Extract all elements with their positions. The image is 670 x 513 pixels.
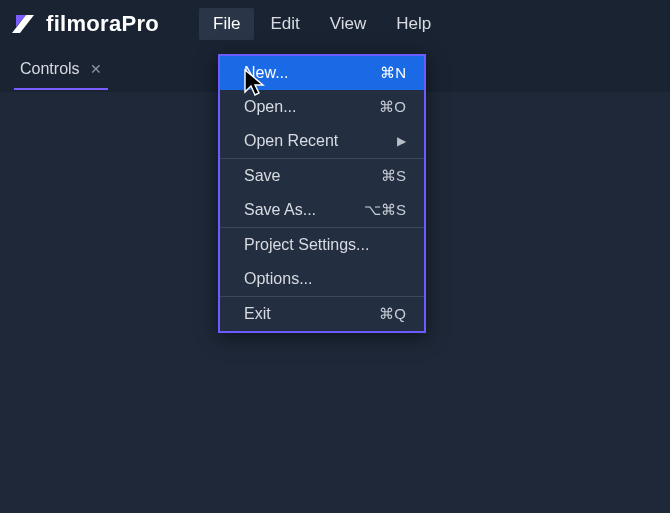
app-logo: filmoraPro — [12, 11, 159, 37]
app-name-suffix: Pro — [121, 11, 159, 36]
menu-item-shortcut: ⌘S — [381, 167, 406, 185]
menu-item-open[interactable]: Open... ⌘O — [220, 90, 424, 124]
menu-item-open-recent[interactable]: Open Recent ▶ — [220, 124, 424, 158]
menu-item-exit[interactable]: Exit ⌘Q — [220, 297, 424, 331]
menu-file[interactable]: File — [199, 8, 254, 40]
menu-item-options[interactable]: Options... — [220, 262, 424, 296]
menu-item-shortcut: ⌘N — [380, 64, 406, 82]
menu-item-label: Exit — [244, 305, 271, 323]
menubar: filmoraPro File Edit View Help — [0, 0, 670, 48]
menu-item-save-as[interactable]: Save As... ⌥⌘S — [220, 193, 424, 227]
tab-controls[interactable]: Controls ✕ — [14, 52, 108, 90]
menu-item-save[interactable]: Save ⌘S — [220, 159, 424, 193]
menu-item-shortcut: ⌘Q — [379, 305, 406, 323]
app-name: filmoraPro — [46, 11, 159, 37]
menu-item-project-settings[interactable]: Project Settings... — [220, 228, 424, 262]
menu-item-label: New... — [244, 64, 288, 82]
menu-item-shortcut: ⌥⌘S — [364, 201, 406, 219]
menu-item-label: Project Settings... — [244, 236, 369, 254]
menu-item-shortcut: ⌘O — [379, 98, 406, 116]
menu-item-label: Open Recent — [244, 132, 338, 150]
tab-label: Controls — [20, 60, 80, 78]
menu-view[interactable]: View — [316, 8, 381, 40]
menu-item-new[interactable]: New... ⌘N — [220, 56, 424, 90]
filmora-logo-icon — [12, 11, 38, 37]
chevron-right-icon: ▶ — [397, 134, 406, 148]
app-name-main: filmora — [46, 11, 121, 36]
menu-items: File Edit View Help — [199, 8, 445, 40]
menu-item-label: Save As... — [244, 201, 316, 219]
menu-help[interactable]: Help — [382, 8, 445, 40]
menu-item-label: Options... — [244, 270, 312, 288]
menu-item-label: Open... — [244, 98, 296, 116]
menu-item-label: Save — [244, 167, 280, 185]
file-dropdown: New... ⌘N Open... ⌘O Open Recent ▶ Save … — [218, 54, 426, 333]
menu-edit[interactable]: Edit — [256, 8, 313, 40]
close-icon[interactable]: ✕ — [90, 62, 102, 76]
